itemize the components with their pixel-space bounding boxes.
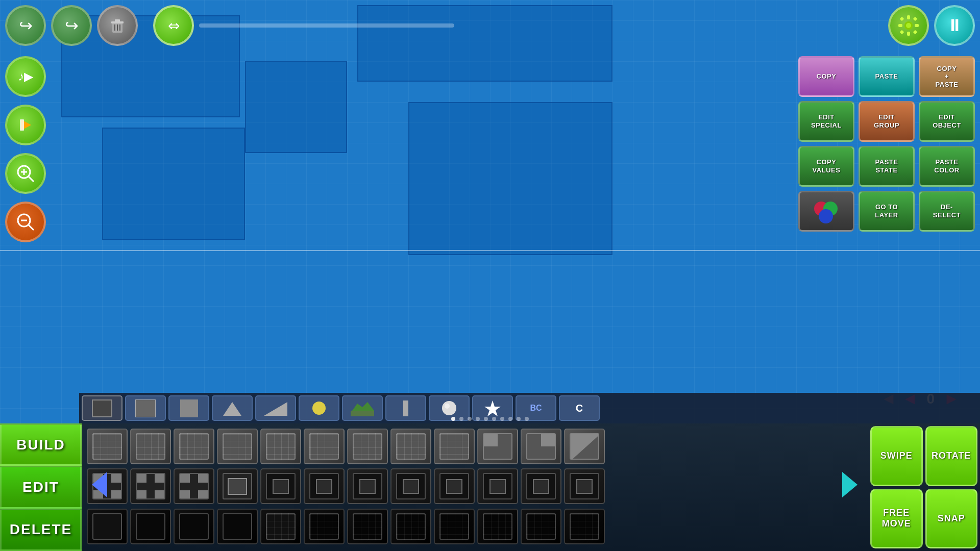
block-0-0[interactable]: [87, 429, 128, 464]
blocks-page-next[interactable]: [837, 467, 863, 503]
record-icon: [16, 115, 35, 135]
edit-object-button[interactable]: EDIT OBJECT: [919, 101, 975, 142]
block-0-6[interactable]: [347, 429, 388, 464]
block-1-10[interactable]: [521, 468, 561, 504]
copy-button[interactable]: COPY: [798, 56, 854, 97]
block-2-5[interactable]: [304, 509, 345, 544]
svg-rect-2: [115, 19, 120, 22]
edit-mode-button[interactable]: EDIT: [0, 466, 82, 508]
dot-4[interactable]: [484, 417, 488, 421]
dot-8[interactable]: [517, 417, 521, 421]
block-1-1[interactable]: [130, 468, 171, 504]
svg-line-19: [29, 177, 34, 182]
block-0-5[interactable]: [304, 429, 345, 464]
scroll-slider-button[interactable]: ⇔: [153, 5, 194, 46]
svg-rect-14: [900, 30, 904, 34]
dot-7[interactable]: [508, 417, 512, 421]
delete-mode-button[interactable]: DELETE: [0, 509, 82, 551]
block-1-4[interactable]: [260, 468, 301, 504]
deselect-button[interactable]: DE- SELECT: [919, 191, 975, 232]
svg-marker-36: [484, 400, 501, 416]
block-0-7[interactable]: [390, 429, 431, 464]
block-0-4[interactable]: [260, 429, 301, 464]
block-1-11[interactable]: [564, 468, 605, 504]
rotate-button[interactable]: ROTATE: [925, 426, 978, 486]
tab-blocks[interactable]: [82, 395, 122, 421]
block-1-7[interactable]: [390, 468, 431, 504]
block-0-9[interactable]: [477, 429, 518, 464]
svg-point-27: [819, 209, 833, 223]
paste-state-button[interactable]: PASTE STATE: [859, 146, 915, 187]
blocks-page-prev[interactable]: [87, 467, 112, 503]
tab-triangle-icon: [222, 399, 242, 417]
next-arrow-icon: [840, 469, 860, 500]
tab-circle[interactable]: [299, 395, 339, 421]
block-2-11[interactable]: [564, 509, 605, 544]
tab-c-label: C: [576, 403, 583, 414]
block-0-3[interactable]: [217, 429, 258, 464]
tab-pillar[interactable]: [385, 395, 426, 421]
record-button[interactable]: [5, 105, 46, 145]
edit-group-button[interactable]: EDIT GROUP: [859, 101, 915, 142]
color-circles-button[interactable]: [798, 191, 854, 232]
block-1-5[interactable]: [304, 468, 345, 504]
tab-2[interactable]: [125, 395, 166, 421]
dot-6[interactable]: [500, 417, 504, 421]
block-2-9[interactable]: [477, 509, 518, 544]
block-2-8[interactable]: [434, 509, 475, 544]
build-mode-button[interactable]: BUILD: [0, 423, 82, 466]
block-1-6[interactable]: [347, 468, 388, 504]
tab-c[interactable]: C: [559, 395, 600, 421]
block-2-3[interactable]: [217, 509, 258, 544]
dot-9[interactable]: [525, 417, 529, 421]
svg-rect-31: [351, 411, 374, 416]
settings-button[interactable]: [888, 5, 929, 46]
pause-button[interactable]: ⏸: [934, 5, 975, 46]
tab-3[interactable]: [168, 395, 209, 421]
block-2-4[interactable]: [260, 509, 301, 544]
block-2-2[interactable]: [174, 509, 214, 544]
block-2-6[interactable]: [347, 509, 388, 544]
go-to-layer-button[interactable]: GO TO LAYER: [859, 191, 915, 232]
zoom-out-button[interactable]: [5, 202, 46, 242]
snap-button[interactable]: SNAP: [925, 489, 978, 549]
tab-slope-icon: [263, 399, 288, 417]
dot-3[interactable]: [476, 417, 480, 421]
tab-4[interactable]: [212, 395, 253, 421]
block-2-7[interactable]: [390, 509, 431, 544]
copy-values-button[interactable]: COPY VALUES: [798, 146, 854, 187]
block-2-10[interactable]: [521, 509, 561, 544]
paste-button[interactable]: PASTE: [859, 56, 915, 97]
block-1-2[interactable]: [174, 468, 214, 504]
block-0-2[interactable]: [174, 429, 214, 464]
dot-0[interactable]: [451, 417, 455, 421]
paste-color-button[interactable]: PASTE COLOR: [919, 146, 975, 187]
dot-1[interactable]: [459, 417, 463, 421]
redo-button[interactable]: ↪: [51, 5, 92, 46]
block-0-11[interactable]: [564, 429, 605, 464]
free-move-button[interactable]: FREE MOVE: [870, 489, 923, 549]
zoom-in-button[interactable]: [5, 153, 46, 194]
block-0-10[interactable]: [521, 429, 561, 464]
copy-paste-button[interactable]: COPY + PASTE: [919, 56, 975, 97]
scroll-slider-track[interactable]: [199, 23, 454, 28]
block-2-0[interactable]: [87, 509, 128, 544]
swipe-button[interactable]: SWIPE: [870, 426, 923, 486]
edit-special-button[interactable]: EDIT SPECIAL: [798, 101, 854, 142]
tab-5[interactable]: [255, 395, 296, 421]
dot-5[interactable]: [492, 417, 496, 421]
block-2-1[interactable]: [130, 509, 171, 544]
panel-row-2: EDIT SPECIAL EDIT GROUP EDIT OBJECT: [798, 101, 975, 142]
delete-toolbar-button[interactable]: [97, 5, 138, 46]
block-1-8[interactable]: [434, 468, 475, 504]
block-1-3[interactable]: [217, 468, 258, 504]
tab-terrain[interactable]: [342, 395, 383, 421]
block-0-8[interactable]: [434, 429, 475, 464]
block-0-1[interactable]: [130, 429, 171, 464]
dot-2[interactable]: [468, 417, 472, 421]
undo-button[interactable]: ↩: [5, 5, 46, 46]
block-1-9[interactable]: [477, 468, 518, 504]
music-button[interactable]: ♪▶: [5, 56, 46, 97]
svg-point-35: [445, 404, 450, 409]
pause-icon: ⏸: [946, 16, 963, 35]
